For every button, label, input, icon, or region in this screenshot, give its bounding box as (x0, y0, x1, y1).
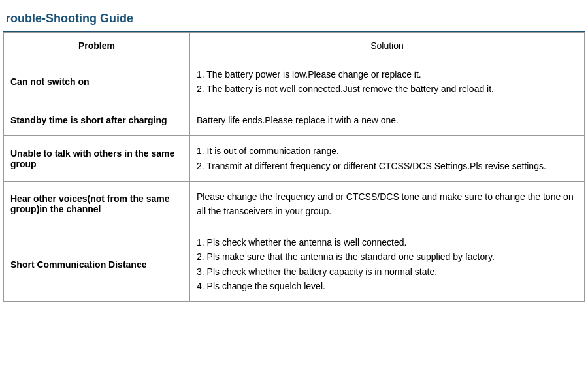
solution-cell-3: Please change the frequency and or CTCSS… (190, 181, 585, 227)
solution-line: 2. The battery is not well connected.Jus… (197, 82, 578, 96)
solution-cell-0: 1. The battery power is low.Please chang… (190, 59, 585, 105)
solution-cell-4: 1. Pls check whether the antenna is well… (190, 227, 585, 302)
solution-line: Battery life ends.Please replace it with… (197, 113, 578, 127)
table-row: Unable to talk with others in the same g… (4, 136, 585, 182)
solution-line: 2. Pls make sure that the antenna is the… (197, 249, 578, 264)
page-title: rouble-Shooting Guide (3, 7, 585, 32)
table-row: Standby time is short after chargingBatt… (4, 105, 585, 135)
table-header-row: Problem Solution (4, 33, 585, 59)
solution-line: 4. Pls change the squelch level. (197, 279, 578, 293)
table-row: Short Communication Distance1. Pls check… (4, 227, 585, 302)
page-container: rouble-Shooting Guide Problem Solution C… (0, 7, 588, 302)
solution-line: 1. It is out of communication range. (197, 144, 578, 158)
column-header-problem: Problem (4, 33, 190, 59)
problem-cell-4: Short Communication Distance (4, 227, 190, 302)
problem-cell-1: Standby time is short after charging (4, 105, 190, 135)
solution-line: 3. Pls check whether the battery capacit… (197, 265, 578, 279)
troubleshooting-table: Problem Solution Can not switch on1. The… (3, 32, 585, 302)
solution-line: 2. Transmit at different frequency or di… (197, 159, 578, 173)
table-row: Hear other voices(not from the same grou… (4, 181, 585, 227)
problem-cell-0: Can not switch on (4, 59, 190, 105)
solution-line: Please change the frequency and or CTCSS… (197, 189, 578, 219)
solution-cell-1: Battery life ends.Please replace it with… (190, 105, 585, 135)
solution-line: 1. Pls check whether the antenna is well… (197, 235, 578, 249)
solution-cell-2: 1. It is out of communication range.2. T… (190, 136, 585, 182)
table-row: Can not switch on1. The battery power is… (4, 59, 585, 105)
problem-cell-3: Hear other voices(not from the same grou… (4, 181, 190, 227)
problem-cell-2: Unable to talk with others in the same g… (4, 136, 190, 182)
column-header-solution: Solution (190, 33, 585, 59)
solution-line: 1. The battery power is low.Please chang… (197, 67, 578, 82)
